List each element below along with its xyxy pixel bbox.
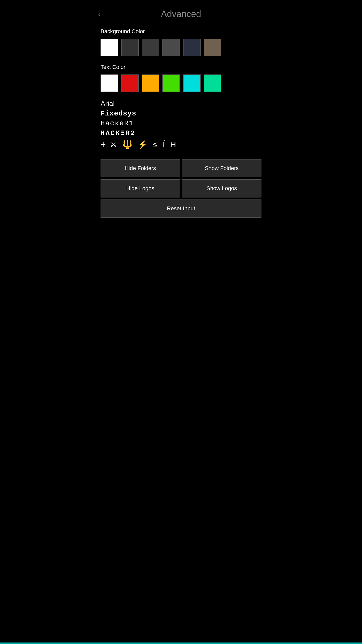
text-color-label: Text Color — [101, 64, 261, 70]
logos-button-row: Hide Logos Show Logos — [101, 179, 261, 197]
font-fixedsys[interactable]: Fixedsys — [101, 110, 261, 117]
text-swatch-green[interactable] — [162, 74, 180, 92]
bottom-bar — [90, 642, 272, 644]
text-swatch-teal[interactable] — [204, 74, 221, 92]
show-folders-button[interactable]: Show Folders — [182, 159, 261, 177]
bg-swatch-navy[interactable] — [183, 39, 201, 56]
buttons-section: Hide Folders Show Folders Hide Logos Sho… — [101, 159, 261, 218]
font-arial[interactable]: Arial — [101, 100, 261, 108]
background-color-label: Background Color — [101, 28, 261, 35]
font-section: Arial Fixedsys HacĸeR1 HΛCKΞR2 + ⚔ 🔱 ⚡ ≤… — [101, 100, 261, 149]
folders-button-row: Hide Folders Show Folders — [101, 159, 261, 177]
back-button[interactable]: ‹ — [98, 10, 101, 18]
font-add-row: + ⚔ 🔱 ⚡ ≤ Ï Ħ — [101, 140, 261, 149]
show-logos-button[interactable]: Show Logos — [182, 179, 261, 197]
hide-logos-button[interactable]: Hide Logos — [101, 179, 180, 197]
text-swatch-red[interactable] — [121, 74, 139, 92]
bg-swatch-charcoal[interactable] — [142, 39, 159, 56]
font-symbols: ⚔ 🔱 ⚡ ≤ Ï Ħ — [110, 140, 177, 149]
background-color-swatches — [101, 39, 261, 56]
background-color-section: Background Color — [101, 28, 261, 56]
page-title: Advanced — [161, 9, 201, 19]
hide-folders-button[interactable]: Hide Folders — [101, 159, 180, 177]
font-hacker1[interactable]: HacĸeR1 — [101, 119, 261, 127]
text-color-section: Text Color — [101, 64, 261, 92]
text-color-swatches — [101, 74, 261, 92]
text-swatch-orange[interactable] — [142, 74, 159, 92]
bg-swatch-dark-gray[interactable] — [121, 39, 139, 56]
reset-input-button[interactable]: Reset Input — [101, 199, 261, 218]
bg-swatch-medium-gray[interactable] — [162, 39, 180, 56]
bg-swatch-white[interactable] — [101, 39, 118, 56]
text-swatch-cyan[interactable] — [183, 74, 201, 92]
bg-swatch-tan[interactable] — [204, 39, 221, 56]
font-hacker2[interactable]: HΛCKΞR2 — [101, 129, 261, 137]
text-swatch-white[interactable] — [101, 74, 118, 92]
add-font-button[interactable]: + — [101, 140, 106, 149]
